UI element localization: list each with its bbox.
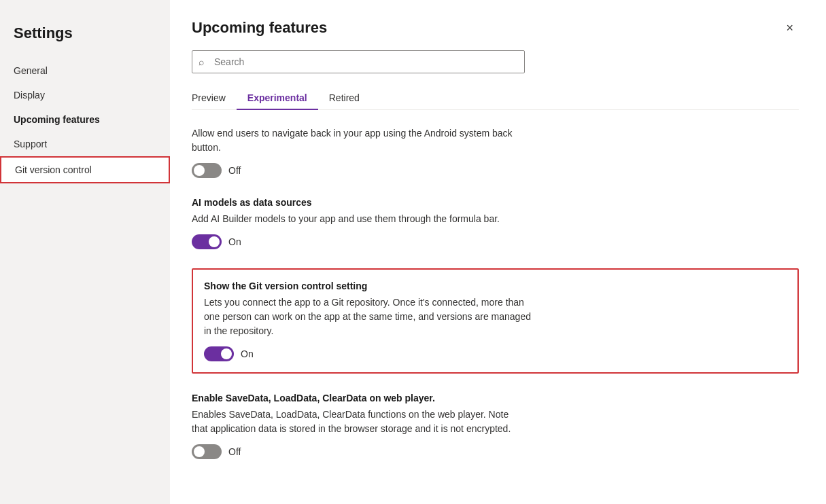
toggle-row-ai-models: On [192, 234, 799, 249]
main-panel: Upcoming features × ⌕ PreviewExperimenta… [170, 0, 826, 504]
toggle-savedata[interactable] [192, 444, 222, 459]
sidebar-nav: GeneralDisplayUpcoming featuresSupportGi… [0, 58, 170, 183]
sidebar-item-upcoming-features[interactable]: Upcoming features [0, 107, 170, 132]
toggle-track-android-back [192, 163, 222, 178]
feature-title-git-version-control-setting: Show the Git version control setting [204, 281, 787, 291]
tabs-container: PreviewExperimentalRetired [192, 87, 799, 110]
feature-savedata: Enable SaveData, LoadData, ClearData on … [192, 393, 799, 459]
toggle-row-android-back: Off [192, 163, 799, 178]
panel-header: Upcoming features × [192, 19, 799, 37]
search-input[interactable] [192, 50, 525, 73]
features-container: Allow end users to navigate back in your… [192, 126, 799, 459]
toggle-track-git-version-control-setting [204, 346, 234, 361]
feature-git-version-control-setting: Show the Git version control settingLets… [192, 268, 799, 374]
sidebar-title: Settings [0, 14, 170, 58]
toggle-label-savedata: Off [228, 446, 241, 457]
toggle-row-savedata: Off [192, 444, 799, 459]
toggle-thumb-savedata [194, 446, 205, 457]
search-container: ⌕ [192, 50, 799, 73]
toggle-thumb-git-version-control-setting [221, 348, 232, 359]
toggle-label-ai-models: On [228, 236, 241, 247]
feature-title-ai-models: AI models as data sources [192, 197, 799, 208]
toggle-track-savedata [192, 444, 222, 459]
feature-description-git-version-control-setting: Lets you connect the app to a Git reposi… [204, 295, 537, 338]
feature-description-savedata: Enables SaveData, LoadData, ClearData fu… [192, 408, 525, 436]
toggle-label-android-back: Off [228, 165, 241, 176]
close-button[interactable]: × [780, 19, 799, 37]
feature-ai-models: AI models as data sourcesAdd AI Builder … [192, 197, 799, 249]
feature-description-android-back: Allow end users to navigate back in your… [192, 126, 525, 155]
toggle-thumb-android-back [194, 165, 205, 176]
tab-preview[interactable]: Preview [192, 87, 237, 110]
sidebar: Settings GeneralDisplayUpcoming features… [0, 0, 170, 504]
tab-retired[interactable]: Retired [318, 87, 371, 110]
toggle-git-version-control-setting[interactable] [204, 346, 234, 361]
feature-description-ai-models: Add AI Builder models to your app and us… [192, 212, 525, 226]
tab-experimental[interactable]: Experimental [237, 87, 318, 110]
search-icon: ⌕ [199, 56, 204, 67]
toggle-thumb-ai-models [209, 236, 220, 247]
sidebar-item-general[interactable]: General [0, 58, 170, 83]
feature-title-savedata: Enable SaveData, LoadData, ClearData on … [192, 393, 799, 403]
sidebar-item-git-version-control[interactable]: Git version control [0, 156, 170, 183]
sidebar-item-display[interactable]: Display [0, 83, 170, 107]
toggle-label-git-version-control-setting: On [241, 348, 254, 359]
toggle-track-ai-models [192, 234, 222, 249]
toggle-android-back[interactable] [192, 163, 222, 178]
toggle-ai-models[interactable] [192, 234, 222, 249]
feature-android-back: Allow end users to navigate back in your… [192, 126, 799, 178]
toggle-row-git-version-control-setting: On [204, 346, 787, 361]
sidebar-item-support[interactable]: Support [0, 132, 170, 156]
panel-title: Upcoming features [192, 19, 327, 37]
